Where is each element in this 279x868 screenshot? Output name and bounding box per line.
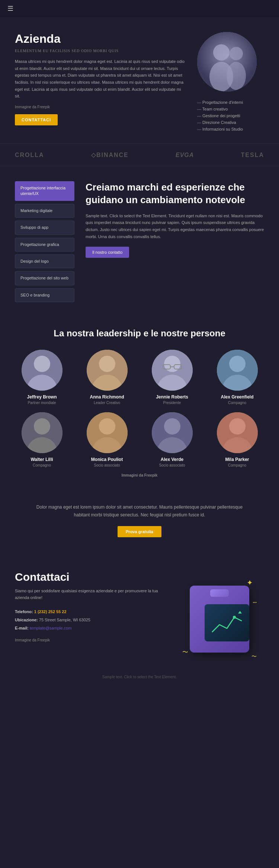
avatar-alex-v <box>152 412 193 453</box>
hero-list-item: Team creativo <box>197 106 264 112</box>
services-title: Creiamo marchi ed esperienze che guidano… <box>86 181 264 206</box>
team-member-alex-g: Alex Greenfield Compagno <box>206 350 268 405</box>
clipboard-screen <box>205 604 249 641</box>
service-btn-app[interactable]: Sviluppo di app <box>15 221 74 234</box>
nav-bar: ☰ <box>0 0 279 17</box>
member-role-alex-g: Compagno <box>228 401 246 405</box>
service-btn-web[interactable]: Progettazione del sito web <box>15 271 74 285</box>
avatar-anna <box>87 350 128 391</box>
svg-point-5 <box>227 62 246 90</box>
cta-section: Dolor magna eget est lorem ipsum dolor s… <box>0 485 279 556</box>
team-member-jeffrey: Jeffrey Brown Partner mondiale <box>11 350 73 405</box>
hero-subtitle: ELEMENTUM EU FACILISIS SED ODIO MORBI QU… <box>15 49 186 53</box>
member-role-jeffrey: Partner mondiale <box>28 401 56 405</box>
svg-point-19 <box>229 356 246 372</box>
contact-info: Telefono: 1 (232) 252 55 22 Ubicazione: … <box>15 608 164 632</box>
member-name-anna: Anna Richmond <box>90 394 124 400</box>
member-role-monica: Socio associato <box>94 463 120 467</box>
svg-point-10 <box>99 356 115 372</box>
contact-title: Contattaci <box>15 571 164 583</box>
contact-image-credit: Immagine da Freepik <box>15 638 164 642</box>
team-grid: Jeffrey Brown Partner mondiale Anna Rich… <box>11 350 268 467</box>
service-btn-marketing[interactable]: Marketing digitale <box>15 204 74 218</box>
contact-section: Contattaci Siamo qui per soddisfare qual… <box>0 556 279 671</box>
hero-title: Azienda <box>15 32 186 46</box>
services-section: Progettazione interfaccia utente/UX Mark… <box>0 170 279 313</box>
team-image-credit-prefix: Immagini da <box>122 473 144 477</box>
service-btn-seo[interactable]: SEO e branding <box>15 288 74 302</box>
member-role-alex-v: Socio associato <box>159 463 185 467</box>
member-role-jennie: Presidente <box>163 401 181 405</box>
hero-image-credit: Immagine da Freepik <box>15 105 186 109</box>
team-member-mila: Mila Parker Compagno <box>206 412 268 467</box>
services-content: Creiamo marchi ed esperienze che guidano… <box>86 181 264 258</box>
svg-point-2 <box>213 44 230 61</box>
hero-body-text: Massa ultrices mi quis hendrerit dolor m… <box>15 58 186 100</box>
svg-point-22 <box>34 418 50 435</box>
logos-section: CROLLA ◇BINANCE EVGA TESLA <box>0 144 279 166</box>
avatar-walter <box>22 412 62 453</box>
logo-evga: EVGA <box>176 152 194 158</box>
member-name-alex-g: Alex Greenfield <box>221 394 253 400</box>
team-member-walter: Walter Lilli Compagno <box>11 412 73 467</box>
svg-point-4 <box>230 47 243 60</box>
svg-point-33 <box>233 616 236 619</box>
hero-list-item: Gestione dei progetti <box>197 112 264 119</box>
logo-binance: ◇BINANCE <box>91 151 129 158</box>
trial-button[interactable]: Prova gratuita <box>118 526 161 537</box>
hero-right: Progettazione d'interni Team creativo Ge… <box>197 32 264 132</box>
logo-tesla: TESLA <box>241 152 264 158</box>
service-btn-logo[interactable]: Design del logo <box>15 254 74 268</box>
team-member-monica: Monica Pouliot Socio associato <box>76 412 138 467</box>
svg-point-25 <box>99 418 115 435</box>
deco-star-2: 〜 <box>182 648 188 656</box>
member-role-anna: Leader Creativo <box>94 401 120 405</box>
menu-icon[interactable]: ☰ <box>7 4 13 13</box>
hero-list-item: Informazioni su Studio <box>197 126 264 132</box>
svg-point-7 <box>34 356 50 372</box>
contact-email-label: E-mail: <box>15 626 29 630</box>
deco-dots: ••• <box>253 600 257 605</box>
contact-illustration: ✦ 〜 〜 ••• <box>175 571 264 660</box>
services-buttons: Progettazione interfaccia utente/UX Mark… <box>15 181 74 302</box>
hero-list-item: Direzione Creativa <box>197 119 264 126</box>
contact-button[interactable]: CONTATTACI <box>15 114 58 125</box>
logo-crolla: CROLLA <box>15 152 44 158</box>
hero-section: Azienda ELEMENTUM EU FACILISIS SED ODIO … <box>0 17 279 144</box>
contact-address-value: 75 Street Sample, WI 63025 <box>39 618 90 622</box>
clipboard-graphic: ✦ 〜 〜 ••• <box>182 578 257 660</box>
avatar-mila <box>217 412 258 453</box>
member-name-jeffrey: Jeffrey Brown <box>27 394 57 400</box>
member-name-mila: Mila Parker <box>225 457 249 462</box>
services-body-text: Sample text. Click to select the Text El… <box>86 212 264 240</box>
team-section: La nostra leadership e le nostre persone… <box>0 313 279 485</box>
hero-list-item: Progettazione d'interni <box>197 99 264 106</box>
hero-image-placeholder <box>197 32 257 92</box>
team-image-credit-brand: Freepik <box>144 473 158 477</box>
member-name-monica: Monica Pouliot <box>91 457 123 462</box>
team-title: La nostra leadership e le nostre persone <box>11 328 268 339</box>
cta-text: Dolor magna eget est lorem ipsum dolor s… <box>30 503 249 519</box>
member-name-jennie: Jennie Roberts <box>156 394 188 400</box>
contact-left: Contattaci Siamo qui per soddisfare qual… <box>15 571 164 642</box>
clipboard-body <box>190 586 249 653</box>
team-image-credit: Immagini da Freepik <box>11 473 268 477</box>
service-btn-ux[interactable]: Progettazione interfaccia utente/UX <box>15 181 74 201</box>
contact-phone-number: 1 (232) 252 55 22 <box>34 609 67 614</box>
contact-phone-label: Telefono: <box>15 609 33 614</box>
member-role-walter: Compagno <box>33 463 51 467</box>
hero-left: Azienda ELEMENTUM EU FACILISIS SED ODIO … <box>15 32 186 125</box>
service-btn-grafica[interactable]: Progettazione grafica <box>15 238 74 252</box>
deco-star-1: ✦ <box>247 578 253 587</box>
team-member-anna: Anna Richmond Leader Creativo <box>76 350 138 405</box>
services-contact-button[interactable]: Il nostro contatto <box>86 247 129 258</box>
hero-image <box>197 32 257 92</box>
clipboard-clip <box>210 589 229 597</box>
avatar-monica <box>87 412 128 453</box>
contact-email-link[interactable]: template@sample.com <box>30 626 72 630</box>
avatar-alex-g <box>217 350 258 391</box>
team-member-jennie: Jennie Roberts Presidente <box>141 350 203 405</box>
svg-point-28 <box>164 418 180 435</box>
avatar-jeffrey <box>22 350 62 391</box>
team-member-alex-v: Alex Verde Socio associato <box>141 412 203 467</box>
